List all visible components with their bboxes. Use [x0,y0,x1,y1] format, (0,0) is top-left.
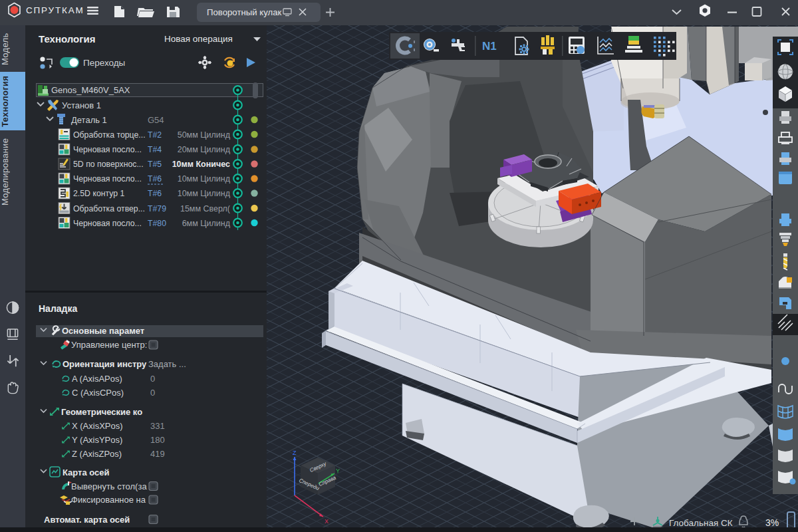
svg-text:СПРУТКАМ: СПРУТКАМ [26,5,84,15]
svg-text:C (AxisCPos): C (AxisCPos) [72,388,124,398]
svg-text:Управление центр:: Управление центр: [71,340,147,350]
svg-text:Черновая посло...: Черновая посло... [73,174,142,184]
svg-text:2.5D контур 1: 2.5D контур 1 [73,189,125,198]
svg-text:15мм Сверл(: 15мм Сверл( [180,204,231,213]
svg-text:10мм Коничес: 10мм Коничес [172,160,230,169]
svg-text:X (AxisXPos): X (AxisXPos) [72,421,123,431]
svg-text:Новая операция: Новая операция [164,34,233,44]
svg-text:Глобальная СК: Глобальная СК [669,518,733,527]
svg-text:10мм Цилинд: 10мм Цилинд [178,174,231,184]
svg-text:0: 0 [150,374,155,384]
svg-text:10мм Цилинд: 10мм Цилинд [178,189,231,198]
svg-text:Поворотный кулак: Поворотный кулак [207,7,281,17]
svg-text:Наладка: Наладка [39,303,77,314]
svg-text:Genos_M460V_5AX: Genos_M460V_5AX [51,85,130,95]
svg-text:T#79: T#79 [148,204,166,213]
svg-text:Технология: Технология [39,33,95,45]
svg-text:Вывернуть стол(за: Вывернуть стол(за [71,481,147,491]
svg-text:Фиксированное на: Фиксированное на [71,495,146,505]
svg-text:Основные парамет: Основные парамет [62,326,144,336]
svg-text:T#80: T#80 [148,219,166,228]
svg-text:T#4: T#4 [148,145,162,154]
svg-text:Обработка отвер...: Обработка отвер... [73,204,145,213]
svg-text:20мм Цилинд: 20мм Цилинд [178,145,231,154]
svg-text:Карта осей: Карта осей [63,467,110,477]
svg-text:Черновая посло...: Черновая посло... [73,145,142,154]
svg-text:Установ 1: Установ 1 [62,100,101,110]
svg-text:Обработка торце...: Обработка торце... [73,130,146,140]
svg-text:Y (AxisYPos): Y (AxisYPos) [72,435,122,445]
svg-text:Задать ...: Задать ... [148,359,186,369]
svg-text:T#2: T#2 [148,130,162,140]
svg-text:50мм Цилинд: 50мм Цилинд [178,130,231,140]
svg-text:0: 0 [150,388,155,398]
svg-text:T#6: T#6 [148,189,162,198]
svg-text:T#6: T#6 [148,174,162,184]
svg-text:5D по поверхнос...: 5D по поверхнос... [73,160,144,169]
svg-text:180: 180 [150,435,165,445]
svg-text:3%: 3% [765,517,779,527]
svg-text:Ориентация инстру: Ориентация инстру [63,359,147,369]
svg-text:A (AxisAPos): A (AxisAPos) [72,374,122,384]
svg-text:Черновая посло...: Черновая посло... [73,219,142,228]
svg-text:G54: G54 [148,115,164,125]
svg-text:Переходы: Переходы [83,58,125,68]
svg-text:Z (AxisZPos): Z (AxisZPos) [72,449,122,459]
svg-text:Автомат. карта осей: Автомат. карта осей [44,515,130,525]
svg-text:Геометрические ко: Геометрические ко [61,407,142,417]
svg-text:6мм Цилинд: 6мм Цилинд [182,219,231,228]
svg-text:Деталь 1: Деталь 1 [71,115,107,125]
svg-text:331: 331 [150,421,165,431]
svg-text:419: 419 [150,449,165,459]
svg-text:T#5: T#5 [148,160,162,169]
